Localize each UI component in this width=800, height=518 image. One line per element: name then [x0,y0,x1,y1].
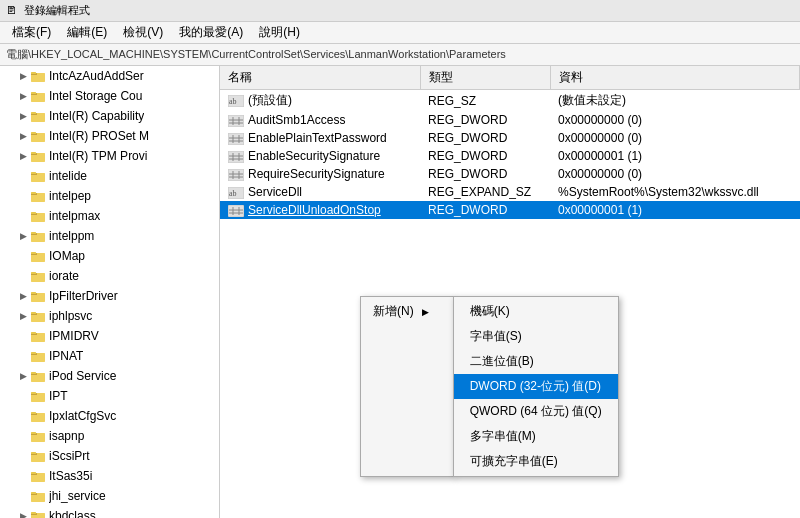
folder-icon [30,308,46,324]
menu-edit[interactable]: 編輯(E) [59,22,115,43]
tree-item-label: Intel(R) PROSet M [49,129,149,143]
reg-name-text: EnablePlainTextPassword [248,131,387,145]
svg-rect-3 [31,72,36,74]
reg-dword-icon [228,205,244,217]
tree-item[interactable]: ▶kbdclass [0,506,219,518]
reg-name-cell: ab(預設值) [220,90,420,112]
folder-icon [30,108,46,124]
tree-item[interactable]: IPNAT [0,346,219,366]
submenu-item[interactable]: 字串值(S) [454,324,618,349]
menu-help[interactable]: 說明(H) [251,22,308,43]
submenu-item[interactable]: 二進位值(B) [454,349,618,374]
folder-icon [30,88,46,104]
svg-rect-67 [31,392,36,394]
reg-name-text: ServiceDllUnloadOnStop [248,203,381,217]
tree-item-label: intelide [49,169,87,183]
menu-bar: 檔案(F) 編輯(E) 檢視(V) 我的最愛(A) 說明(H) [0,22,800,44]
svg-rect-87 [31,492,36,494]
col-data: 資料 [550,66,800,90]
tree-item[interactable]: ▶Intel(R) Capability [0,106,219,126]
tree-item[interactable]: ▶Intel(R) TPM Provi [0,146,219,166]
svg-rect-63 [31,372,36,374]
menu-favorites[interactable]: 我的最愛(A) [171,22,251,43]
reg-type-cell: REG_DWORD [420,111,550,129]
reg-name-text: RequireSecuritySignature [248,167,385,181]
svg-rect-75 [31,432,36,434]
table-row[interactable]: AuditSmb1AccessREG_DWORD0x00000000 (0) [220,111,800,129]
tree-arrow-icon [16,169,30,183]
svg-rect-19 [31,152,36,154]
reg-data-cell: 0x00000000 (0) [550,165,800,183]
reg-type-cell: REG_DWORD [420,129,550,147]
svg-rect-83 [31,472,36,474]
svg-rect-43 [31,272,36,274]
table-row[interactable]: ab(預設值)REG_SZ(數值未設定) [220,90,800,112]
submenu-item[interactable]: 機碼(K) [454,299,618,324]
table-row[interactable]: EnableSecuritySignatureREG_DWORD0x000000… [220,147,800,165]
new-menu-item[interactable]: 新增(N) [361,299,453,324]
tree-arrow-icon: ▶ [16,129,30,143]
tree-item[interactable]: ▶intelppm [0,226,219,246]
submenu-item[interactable]: DWORD (32-位元) 值(D) [454,374,618,399]
tree-item[interactable]: ▶Intel Storage Cou [0,86,219,106]
svg-rect-47 [31,292,36,294]
tree-item[interactable]: iorate [0,266,219,286]
reg-name-cell: EnableSecuritySignature [220,147,420,165]
menu-file[interactable]: 檔案(F) [4,22,59,43]
table-row[interactable]: RequireSecuritySignatureREG_DWORD0x00000… [220,165,800,183]
tree-arrow-icon: ▶ [16,369,30,383]
folder-icon [30,348,46,364]
tree-item[interactable]: ▶Intel(R) PROSet M [0,126,219,146]
tree-item[interactable]: ▶IpFilterDriver [0,286,219,306]
tree-arrow-icon: ▶ [16,509,30,518]
tree-item-label: ItSas35i [49,469,92,483]
svg-text:ab: ab [229,189,237,198]
folder-icon [30,268,46,284]
table-row[interactable]: ServiceDllUnloadOnStopREG_DWORD0x0000000… [220,201,800,219]
tree-item[interactable]: jhi_service [0,486,219,506]
folder-icon [30,448,46,464]
submenu-item[interactable]: 可擴充字串值(E) [454,449,618,474]
title-text: 登錄編輯程式 [24,3,90,18]
tree-item-label: iorate [49,269,79,283]
tree-item[interactable]: ▶iphlpsvc [0,306,219,326]
tree-item[interactable]: IPMIDRV [0,326,219,346]
reg-dword-icon [228,115,244,127]
reg-dword-icon [228,151,244,163]
reg-data-cell: 0x00000000 (0) [550,129,800,147]
table-row[interactable]: abServiceDllREG_EXPAND_SZ%SystemRoot%\Sy… [220,183,800,201]
submenu-item[interactable]: QWORD (64 位元) 值(Q) [454,399,618,424]
svg-rect-27 [31,192,36,194]
svg-rect-31 [31,212,36,214]
tree-item[interactable]: ItSas35i [0,466,219,486]
new-context-menu: 新增(N) [360,296,454,477]
svg-rect-23 [31,172,36,174]
tree-arrow-icon [16,189,30,203]
tree-item[interactable]: isapnp [0,426,219,446]
reg-type-cell: REG_DWORD [420,165,550,183]
app-icon: 🖹 [6,4,20,18]
tree-item[interactable]: ▶iPod Service [0,366,219,386]
tree-panel[interactable]: ▶IntcAzAudAddSer▶Intel Storage Cou▶Intel… [0,66,220,518]
tree-item[interactable]: iScsiPrt [0,446,219,466]
tree-item-label: IpFilterDriver [49,289,118,303]
svg-rect-124 [228,205,244,217]
tree-item[interactable]: intelide [0,166,219,186]
tree-item[interactable]: IpxlatCfgSvc [0,406,219,426]
tree-arrow-icon [16,489,30,503]
tree-item[interactable]: IOMap [0,246,219,266]
col-type: 類型 [420,66,550,90]
reg-name-text: EnableSecuritySignature [248,149,380,163]
folder-icon [30,368,46,384]
tree-item[interactable]: IPT [0,386,219,406]
submenu-item[interactable]: 多字串值(M) [454,424,618,449]
reg-type-cell: REG_DWORD [420,201,550,219]
tree-item[interactable]: intelpmax [0,206,219,226]
tree-arrow-icon: ▶ [16,309,30,323]
tree-item[interactable]: ▶IntcAzAudAddSer [0,66,219,86]
table-row[interactable]: EnablePlainTextPasswordREG_DWORD0x000000… [220,129,800,147]
folder-icon [30,188,46,204]
tree-arrow-icon: ▶ [16,149,30,163]
menu-view[interactable]: 檢視(V) [115,22,171,43]
tree-item[interactable]: intelpep [0,186,219,206]
